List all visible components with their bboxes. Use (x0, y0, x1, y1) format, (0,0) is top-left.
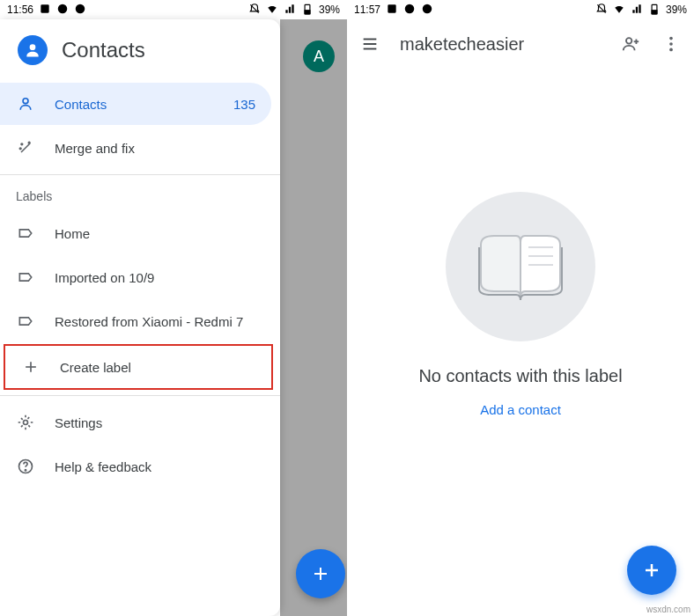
nav-item-settings[interactable]: Settings (0, 401, 271, 444)
add-contact-link[interactable]: Add a contact (480, 402, 561, 417)
wifi-icon (266, 3, 278, 18)
more-options-button[interactable] (661, 33, 682, 55)
svg-point-9 (28, 142, 30, 143)
battery-icon (648, 3, 661, 18)
navigation-drawer: Contacts Contacts 135 Merge and fix Labe… (0, 19, 280, 616)
labels-section-header: Labels (0, 174, 280, 210)
plus-icon (21, 358, 41, 376)
app-bar: maketecheasier (347, 19, 694, 69)
nav-label: Contacts (55, 97, 107, 112)
drawer-header: Contacts (0, 19, 280, 81)
empty-title: No contacts with this label (418, 366, 622, 386)
label-item-restored[interactable]: Restored from Xiaomi - Redmi 7 (0, 300, 271, 342)
svg-point-2 (76, 4, 85, 13)
person-icon (16, 95, 35, 113)
watermark: wsxdn.com (646, 605, 690, 614)
whatsapp-icon (56, 3, 69, 18)
appbar-title: maketecheasier (400, 34, 601, 55)
clock: 11:56 (7, 4, 33, 16)
status-bar: 11:56 39% (0, 0, 347, 19)
wifi-icon (613, 3, 625, 18)
svg-point-6 (30, 44, 36, 50)
account-avatar[interactable]: A (303, 40, 335, 72)
svg-point-32 (669, 48, 673, 52)
fab-add[interactable] (296, 549, 345, 598)
svg-point-10 (19, 148, 21, 150)
label-item-home[interactable]: Home (0, 212, 271, 254)
label-icon (16, 268, 35, 286)
svg-point-7 (23, 99, 28, 104)
svg-rect-23 (652, 10, 657, 13)
add-person-button[interactable] (620, 33, 641, 55)
svg-rect-18 (388, 4, 395, 12)
label-text: Restored from Xiaomi - Redmi 7 (55, 314, 243, 329)
phone-left-drawer: 11:56 39% Contacts Contacts 135 Mer (0, 0, 347, 616)
status-bar: 11:57 39% (347, 0, 694, 19)
gallery-icon (386, 3, 398, 18)
avatar-letter: A (314, 48, 324, 66)
gear-icon (16, 414, 35, 431)
nav-label: Merge and fix (55, 141, 135, 156)
help-icon (16, 458, 35, 475)
svg-rect-0 (41, 4, 48, 12)
svg-rect-5 (305, 10, 310, 13)
highlight-annotation: Create label (4, 344, 273, 390)
mute-icon (595, 3, 608, 18)
svg-point-13 (24, 421, 28, 425)
nav-item-contacts[interactable]: Contacts 135 (0, 83, 271, 125)
scrim-overlay[interactable]: A (280, 19, 347, 616)
nav-item-merge[interactable]: Merge and fix (0, 127, 271, 169)
svg-point-31 (669, 42, 673, 46)
facebook-icon (74, 3, 86, 18)
gallery-icon (39, 3, 51, 18)
label-item-imported[interactable]: Imported on 10/9 (0, 256, 271, 298)
svg-point-8 (21, 143, 23, 145)
nav-label: Help & feedback (55, 459, 151, 474)
battery-text: 39% (319, 4, 340, 16)
facebook-icon (421, 3, 433, 18)
svg-point-1 (58, 4, 68, 13)
label-text: Imported on 10/9 (55, 270, 154, 285)
phone-right-label-view: 11:57 39% maketecheasier (347, 0, 694, 616)
label-text: Home (55, 226, 90, 241)
svg-point-20 (423, 4, 432, 13)
drawer-title: Contacts (62, 38, 145, 62)
plus-icon (641, 560, 662, 581)
book-icon (446, 192, 595, 341)
contacts-logo-icon (18, 35, 48, 65)
nav-item-help[interactable]: Help & feedback (0, 445, 271, 488)
label-icon (16, 312, 35, 330)
fab-add-contact[interactable] (627, 546, 676, 595)
battery-text: 39% (666, 4, 687, 16)
svg-point-19 (405, 4, 415, 13)
label-icon (16, 224, 35, 242)
menu-button[interactable] (359, 33, 380, 55)
wand-icon (16, 139, 35, 157)
nav-count: 135 (233, 97, 255, 112)
empty-state: No contacts with this label Add a contac… (347, 192, 694, 417)
svg-point-27 (626, 38, 631, 43)
nav-label: Create label (60, 360, 131, 375)
signal-icon (631, 3, 643, 18)
battery-icon (301, 3, 314, 18)
svg-point-15 (25, 470, 26, 471)
clock: 11:57 (354, 4, 380, 16)
svg-point-30 (669, 37, 673, 40)
mute-icon (248, 3, 261, 18)
nav-label: Settings (55, 415, 102, 430)
whatsapp-icon (403, 3, 416, 18)
signal-icon (284, 3, 296, 18)
divider (0, 395, 280, 396)
nav-item-create-label[interactable]: Create label (5, 346, 271, 388)
